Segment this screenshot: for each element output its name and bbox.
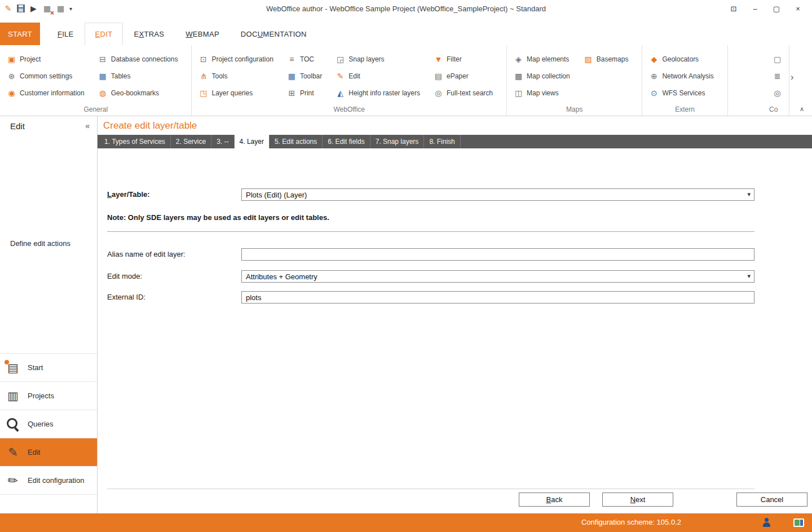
back-button[interactable]: Back xyxy=(519,493,590,507)
sidebar-title: Edit xyxy=(10,121,25,131)
sidebar-item-edit[interactable]: ✎ Edit xyxy=(0,438,97,466)
external-id-input[interactable] xyxy=(241,291,754,304)
sidebar-item-queries[interactable]: Queries xyxy=(0,410,97,438)
wizard-step-types-of-services[interactable]: 1. Types of Services xyxy=(99,135,171,148)
maximize-icon[interactable]: ▢ xyxy=(766,1,787,16)
layer-table-select[interactable]: Plots (Edit) (Layer) xyxy=(241,188,754,201)
wizard-step-edit-fields[interactable]: 6. Edit fields xyxy=(323,135,370,148)
close-icon[interactable]: × xyxy=(787,1,809,16)
ribbon-item-map-elements[interactable]: ◈Map elements xyxy=(510,51,580,68)
map-collection-icon: ▩ xyxy=(514,72,523,81)
wizard-step-finish[interactable]: 8. Finish xyxy=(424,135,460,148)
minimize-icon[interactable]: – xyxy=(744,1,766,16)
titlebar: ✎ ▶ ▦ ▦ ▾ WebOffice author - WebOffice S… xyxy=(0,0,812,17)
ribbon-item-label: TOC xyxy=(300,55,314,63)
sidebar-item-start[interactable]: ▤ Start xyxy=(0,353,97,381)
toc-icon: ≡ xyxy=(287,55,297,64)
map-preview-icon[interactable] xyxy=(793,518,804,527)
ribbon-item-label: Tables xyxy=(111,72,131,80)
brush-icon[interactable]: ✎ xyxy=(3,4,13,14)
tab-file[interactable]: FILE xyxy=(47,23,85,45)
ribbon-item-filter[interactable]: ▼Filter xyxy=(430,51,503,68)
ribbon-item-toolbar[interactable]: ▦Toolbar xyxy=(284,68,332,85)
ribbon-item-label: Map collection xyxy=(527,72,570,80)
ribbon-item-epaper[interactable]: ▤ePaper xyxy=(430,68,503,85)
statusbar: Configuration scheme: 105.0.2 xyxy=(0,513,812,532)
next-button[interactable]: Next xyxy=(602,493,673,507)
ribbon-group-maps: ◈Map elements ▩Map collection ◫Map views… xyxy=(507,45,642,116)
ribbon-item-geo-bookmarks[interactable]: ◍Geo-bookmarks xyxy=(95,85,188,102)
ribbon-more-icon[interactable]: › xyxy=(791,72,793,82)
geo-bookmarks-icon: ◍ xyxy=(98,89,108,98)
ribbon-item-project[interactable]: ▣Project xyxy=(3,51,95,68)
sidebar-item-label: Edit configuration xyxy=(28,476,84,485)
ribbon-item-overflow-middle[interactable]: ≣ xyxy=(769,68,785,85)
edit-icon: ✎ xyxy=(3,443,23,462)
user-status-icon[interactable] xyxy=(762,518,771,527)
wizard-step-edit-actions[interactable]: 5. Edit actions xyxy=(270,135,323,148)
sidebar-item-projects[interactable]: ▥ Projects xyxy=(0,381,97,410)
ribbon-item-geolocators[interactable]: ◆Geolocators xyxy=(646,51,723,68)
alias-input[interactable] xyxy=(241,248,754,261)
network-analysis-icon: ⊕ xyxy=(649,72,659,81)
ribbon-item-network-analysis[interactable]: ⊕Network Analysis xyxy=(646,68,723,85)
ribbon-item-height-info-raster-layers[interactable]: ◭Height info raster layers xyxy=(332,85,430,102)
quick-access-menu-icon[interactable]: ▾ xyxy=(69,6,72,12)
divider xyxy=(107,489,754,489)
ribbon-item-database-connections[interactable]: ⊟Database connections xyxy=(95,51,188,68)
run-icon[interactable]: ▶ xyxy=(29,4,38,14)
ribbon-item-label: Map views xyxy=(527,89,559,97)
full-text-search-icon: ◎ xyxy=(434,89,443,98)
wizard-step-3[interactable]: 3. -- xyxy=(211,135,234,148)
ribbon-item-project-configuration[interactable]: ⊡Project configuration xyxy=(195,51,283,68)
ribbon-item-label: Layer queries xyxy=(211,89,253,97)
popout-icon[interactable]: ⊡ xyxy=(723,1,744,16)
tab-edit[interactable]: EDIT xyxy=(85,23,123,45)
ribbon-group-label-maps: Maps xyxy=(510,105,638,116)
page-title: Create edit layer/table xyxy=(103,120,197,131)
wizard-step-service[interactable]: 2. Service xyxy=(171,135,211,148)
ribbon-item-map-collection[interactable]: ▩Map collection xyxy=(510,68,580,85)
ribbon-item-print[interactable]: ⊞Print xyxy=(284,85,332,102)
ribbon-item-overflow-bottom[interactable]: ◎ xyxy=(769,85,785,102)
ribbon-item-toc[interactable]: ≡TOC xyxy=(284,51,332,68)
layer-queries-icon: ◳ xyxy=(198,89,208,98)
cancel-button[interactable]: Cancel xyxy=(736,493,807,507)
tab-extras[interactable]: EXTRAS xyxy=(123,23,175,45)
ribbon-item-common-settings[interactable]: ⊛Common settings xyxy=(3,68,95,85)
ribbon-item-map-views[interactable]: ◫Map views xyxy=(510,85,580,102)
basemaps-icon: ▨ xyxy=(584,55,593,64)
ribbon-edge: › ∧ xyxy=(789,45,812,116)
wizard-step-layer[interactable]: 4. Layer xyxy=(235,135,270,148)
define-edit-actions-label: Define edit actions xyxy=(10,239,70,248)
ribbon-item-layer-queries[interactable]: ◳Layer queries xyxy=(195,85,283,102)
tab-start[interactable]: START xyxy=(0,23,40,45)
ribbon-item-tools[interactable]: ⋔Tools xyxy=(195,68,283,85)
sidebar-item-edit-configuration[interactable]: ✎ Edit configuration xyxy=(0,466,97,494)
sidebar-collapse-icon[interactable]: « xyxy=(85,121,90,130)
ribbon-item-label: Network Analysis xyxy=(662,72,713,80)
overflow-bottom-icon: ◎ xyxy=(773,89,782,98)
table-window-icon[interactable]: ▦ xyxy=(56,4,65,14)
ribbon-item-full-text-search[interactable]: ◎Full-text search xyxy=(430,85,503,102)
ribbon-item-tables[interactable]: ▦Tables xyxy=(95,68,188,85)
save-icon[interactable] xyxy=(17,5,25,12)
tools-icon: ⋔ xyxy=(198,72,208,81)
ribbon-item-customer-information[interactable]: ◉Customer information xyxy=(3,85,95,102)
tab-webmap[interactable]: WEBMAP xyxy=(175,23,230,45)
ribbon-item-label: Full-text search xyxy=(447,89,493,97)
project-configuration-icon: ⊡ xyxy=(198,55,208,64)
ribbon-collapse-icon[interactable]: ∧ xyxy=(800,105,804,113)
edit-mode-select[interactable]: Attributes + Geometry xyxy=(241,270,754,283)
ribbon-item-label: Toolbar xyxy=(300,72,322,80)
wizard-step-snap-layers[interactable]: 7. Snap layers xyxy=(370,135,425,148)
weboffice-author-window: ✎ ▶ ▦ ▦ ▾ WebOffice author - WebOffice S… xyxy=(0,0,812,532)
ribbon-item-wfs-services[interactable]: ⊙WFS Services xyxy=(646,85,723,102)
ribbon-item-overflow-top[interactable]: ▢ xyxy=(769,51,785,68)
ribbon-item-snap-layers[interactable]: ◲Snap layers xyxy=(332,51,430,68)
ribbon-item-edit[interactable]: ✎Edit xyxy=(332,68,430,85)
ribbon-item-basemaps[interactable]: ▨Basemaps xyxy=(580,51,639,68)
edit-ribbon-icon: ✎ xyxy=(336,72,345,81)
close-table-icon[interactable]: ▦ xyxy=(42,4,52,14)
tab-documentation[interactable]: DOCUMENTATION xyxy=(230,23,317,45)
